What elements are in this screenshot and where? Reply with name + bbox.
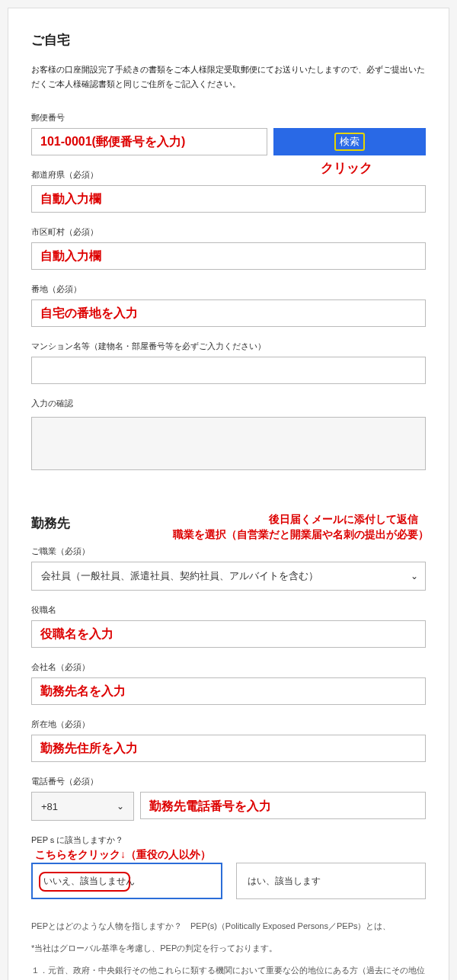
pep-yes-label: はい、該当します xyxy=(248,875,321,888)
pep-yes-option[interactable]: はい、該当します xyxy=(236,863,426,899)
pep-description: PEPとはどのような人物を指しますか？ PEP(s)（Politically E… xyxy=(31,919,426,980)
home-section-title: ご自宅 xyxy=(31,31,426,49)
pref-input[interactable] xyxy=(31,185,426,213)
occupation-label: ご職業（必須） xyxy=(31,546,426,557)
phone-code-value: +81 xyxy=(41,801,58,812)
position-label: 役職名 xyxy=(31,604,426,616)
search-button[interactable]: 検索 xyxy=(273,128,426,155)
chevron-down-icon: ⌄ xyxy=(117,801,124,812)
pep-no-option[interactable]: いいえ、該当しません xyxy=(31,863,222,899)
postal-input[interactable] xyxy=(31,128,267,155)
phone-label: 電話番号（必須） xyxy=(31,776,426,787)
confirm-label: 入力の確認 xyxy=(31,398,426,409)
home-intro: お客様の口座開設完了手続きの書類をご本人様限定受取郵便にてお送りいたしますので、… xyxy=(31,62,426,91)
street-input[interactable] xyxy=(31,299,426,327)
building-input[interactable] xyxy=(31,357,426,384)
occupation-selected: 会社員（一般社員、派遣社員、契約社員、アルバイトを含む） xyxy=(31,562,426,591)
annot-pep-click: こちらをクリック↓（重役の人以外） xyxy=(35,848,211,862)
search-button-label: 検索 xyxy=(340,136,360,147)
company-label: 会社名（必須） xyxy=(31,661,426,673)
pep-question: PEPｓに該当しますか？ xyxy=(31,834,426,846)
work-section-title: 勤務先 xyxy=(31,514,426,532)
pep-no-label: いいえ、該当しません xyxy=(43,875,135,888)
pep-desc-1: PEPとはどのような人物を指しますか？ PEP(s)（Politically E… xyxy=(31,919,426,934)
phone-country-select[interactable]: +81 ⌄ xyxy=(31,792,134,821)
occupation-select[interactable]: 会社員（一般社員、派遣社員、契約社員、アルバイトを含む） ⌄ xyxy=(31,562,426,591)
confirm-textarea[interactable] xyxy=(31,417,426,470)
street-label: 番地（必須） xyxy=(31,283,426,295)
location-input[interactable] xyxy=(31,735,426,762)
company-input[interactable] xyxy=(31,677,426,705)
city-input[interactable] xyxy=(31,242,426,270)
building-label: マンション名等（建物名・部屋番号等を必ずご入力ください） xyxy=(31,341,426,352)
postal-label: 郵便番号 xyxy=(31,112,426,123)
position-input[interactable] xyxy=(31,620,426,648)
location-label: 所在地（必須） xyxy=(31,719,426,730)
pref-label: 都道府県（必須） xyxy=(31,169,426,181)
city-label: 市区町村（必須） xyxy=(31,226,426,238)
phone-input[interactable] xyxy=(140,792,426,819)
pep-desc-2: *当社はグローバル基準を考慮し、PEPの判定を行っております。 xyxy=(31,941,426,956)
